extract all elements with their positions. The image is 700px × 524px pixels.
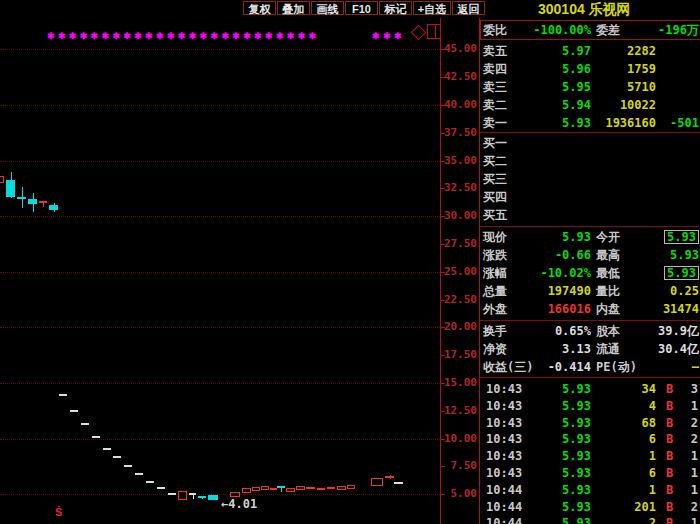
sell-label: 卖四 <box>483 60 507 78</box>
event-marker-icon: ✱ <box>298 31 306 41</box>
tick-direction-flag: B <box>666 414 673 432</box>
buy-row-1[interactable]: 买一 <box>480 134 700 152</box>
candle-part <box>261 486 269 490</box>
tick-volume: 1 <box>578 447 656 465</box>
axis-label: 15.00 <box>441 376 477 389</box>
event-marker-icon: ✱ <box>69 31 77 41</box>
info-label: 外盘 <box>483 300 507 318</box>
event-marker-icon: ✱ <box>112 31 120 41</box>
tick-volume: 6 <box>578 430 656 448</box>
gridline <box>0 383 440 384</box>
buy-row-5[interactable]: 买五 <box>480 206 700 224</box>
event-marker-icon: ✱ <box>254 31 262 41</box>
stats-label: PE(动) <box>596 358 637 376</box>
buy-row-2[interactable]: 买二 <box>480 152 700 170</box>
sell-row-4[interactable]: 卖四5.961759 <box>480 60 700 78</box>
sell-row-3[interactable]: 卖三5.955710 <box>480 78 700 96</box>
candle-part <box>17 197 26 199</box>
tick-count: 1 <box>678 481 698 499</box>
info-label: 涨幅 <box>483 264 507 282</box>
info-value: -10.02% <box>510 264 591 282</box>
tick-direction-flag: B <box>666 447 673 465</box>
axis-label: 5.00 <box>441 487 477 500</box>
kline-chart-area[interactable]: ✱✱✱✱✱✱✱✱✱✱✱✱✱✱✱✱✱✱✱✱✱✱✱✱✱✱✱✱←4.01Ṡ <box>0 0 479 524</box>
tick-row-9: 10:445.932B1 <box>480 514 700 524</box>
sell-row-2[interactable]: 卖二5.9410022 <box>480 96 700 114</box>
diamond-marker-icon[interactable] <box>411 25 427 41</box>
candle-part <box>394 482 403 484</box>
tick-time: 10:43 <box>486 447 522 465</box>
axis-label: 35.00 <box>441 154 477 167</box>
sell-label: 卖一 <box>483 114 507 132</box>
axis-label: 32.50 <box>441 181 477 194</box>
info-label: 最高 <box>596 246 620 264</box>
tick-direction-flag: B <box>666 514 673 524</box>
sell-volume-change: -501 <box>658 114 699 132</box>
axis-label: 30.00 <box>441 209 477 222</box>
candle-part <box>0 176 4 183</box>
info-value: 166016 <box>510 300 591 318</box>
gridline <box>0 105 440 106</box>
tick-row-4: 10:435.936B2 <box>480 430 700 447</box>
axis-label: 45.00 <box>441 42 477 55</box>
axis-label: 22.50 <box>441 293 477 306</box>
buy-label: 买五 <box>483 206 507 224</box>
event-marker-icon: ✱ <box>134 31 142 41</box>
gridline <box>0 327 440 328</box>
tick-row-3: 10:435.9368B2 <box>480 414 700 431</box>
event-marker-icon: ✱ <box>91 31 99 41</box>
event-marker-icon: ✱ <box>265 31 273 41</box>
tick-volume: 6 <box>578 464 656 482</box>
low-price-annotation: ←4.01 <box>221 497 257 511</box>
tick-count: 1 <box>678 464 698 482</box>
split-window-icon[interactable] <box>427 24 441 39</box>
info-row-1: 现价5.93今开5.93 <box>480 228 700 246</box>
axis-label: 20.00 <box>441 320 477 333</box>
stats-value: 3.13 <box>510 340 591 358</box>
sell-row-5[interactable]: 卖五5.972282 <box>480 42 700 60</box>
stats-value: 30.4亿 <box>658 340 699 358</box>
tick-volume: 2 <box>578 514 656 524</box>
buy-row-3[interactable]: 买三 <box>480 170 700 188</box>
buy-row-4[interactable]: 买四 <box>480 188 700 206</box>
tick-row-8: 10:445.93201B2 <box>480 498 700 515</box>
axis-label: 37.50 <box>441 126 477 139</box>
candle-part <box>135 473 143 475</box>
trading-terminal-window: 复权叠加画线F10标记+自选返回 300104 乐视网 ✱✱✱✱✱✱✱✱✱✱✱✱… <box>0 0 700 524</box>
sell-signal-marker: Ṡ <box>55 506 62 518</box>
event-marker-icon: ✱ <box>145 31 153 41</box>
axis-label: 12.50 <box>441 404 477 417</box>
axis-label: 27.50 <box>441 237 477 250</box>
weibi-value: -100.00% <box>510 21 591 39</box>
event-marker-icon: ✱ <box>58 31 66 41</box>
tick-time: 10:44 <box>486 481 522 499</box>
tick-volume: 201 <box>578 498 656 516</box>
candle-part <box>6 180 15 197</box>
candle-part <box>317 488 325 490</box>
stats-label: 股本 <box>596 322 620 340</box>
candle-part <box>306 487 315 489</box>
stock-name: 乐视网 <box>589 1 631 17</box>
gridline <box>0 49 440 50</box>
candle-part <box>347 485 355 489</box>
weibi-label: 委比 <box>483 21 507 39</box>
info-value: 0.25 <box>670 282 699 300</box>
tick-time: 10:43 <box>486 397 522 415</box>
info-value: 5.93 <box>510 228 591 246</box>
quote-panel: 委比-100.00%委差-196万卖五5.972282卖四5.961759卖三5… <box>479 18 700 524</box>
tick-count: 1 <box>678 397 698 415</box>
stats-value: 39.9亿 <box>658 322 699 340</box>
event-marker-icon: ✱ <box>243 31 251 41</box>
sell-volume: 10022 <box>578 96 656 114</box>
tick-direction-flag: B <box>666 464 673 482</box>
weibi-row: 委比-100.00%委差-196万 <box>480 21 700 39</box>
sell-row-1[interactable]: 卖一5.931936160-501 <box>480 114 700 132</box>
sell-label: 卖二 <box>483 96 507 114</box>
event-marker-icon: ✱ <box>287 31 295 41</box>
sell-volume: 1759 <box>578 60 656 78</box>
candle-part <box>327 487 335 489</box>
candle-part <box>337 486 346 490</box>
info-label: 今开 <box>596 228 620 246</box>
candle-part <box>92 436 100 438</box>
candle-part <box>113 456 121 458</box>
